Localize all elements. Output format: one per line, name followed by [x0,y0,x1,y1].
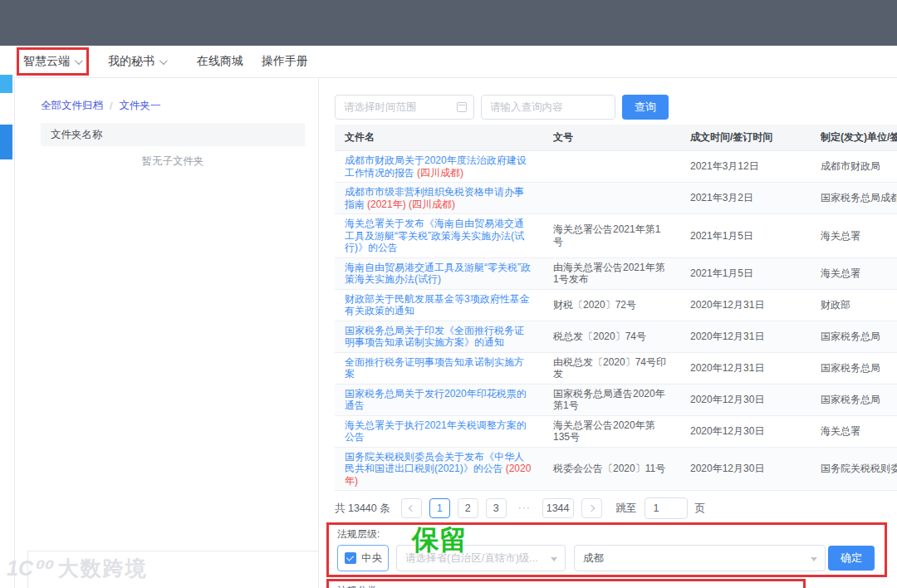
central-checkbox[interactable]: 中央 [337,545,389,571]
date-cell: 2021年1月5日 [680,214,811,258]
nav-item-manual[interactable]: 操作手册 [262,46,308,77]
nav-item-online-mall[interactable]: 在线商城 [197,46,243,77]
unit-cell: 国家税务总局 [811,384,897,415]
page-button-3[interactable]: 3 [486,498,507,518]
category-filter-label: 法规分类: [337,584,803,588]
empty-folder-text: 暂无子文件夹 [27,154,318,169]
date-cell: 2021年3月2日 [680,183,811,214]
jump-to-label: 跳至 [616,502,637,516]
date-cell: 2021年3月12日 [680,151,811,183]
page-button-1344[interactable]: 1344 [542,498,574,518]
table-row[interactable]: 国务院关税税则委员会关于发布《中华人民共和国进出口税则(2021)》的公告(20… [335,447,897,491]
document-title-tag: (2021年) (四川成都) [367,198,455,210]
date-range-field [335,95,474,120]
search-input[interactable] [481,95,615,120]
doc-number-cell: 由税总发〔2020〕74号印发 [543,352,680,384]
document-title-link[interactable]: 海关总署关于发布《海南自由贸易港交通工具及游艇“零关税”政策海关实施办法(试行)… [345,218,524,253]
chevron-left-icon [408,505,414,512]
watermark-logo: 1C⁰⁰ [7,556,51,581]
doc-number-cell: 海关总署公告2020年第135号 [543,415,680,447]
breadcrumb-root-link[interactable]: 全部文件归档 [41,99,103,113]
table-row[interactable]: 财政部关于民航发展基金等3项政府性基金有关政策的通知 财税〔2020〕72号 2… [335,289,897,321]
next-page-button[interactable] [581,498,602,518]
unit-cell: 国家税务总局 [811,352,897,384]
document-title-link[interactable]: 财政部关于民航发展基金等3项政府性基金有关政策的通知 [345,293,530,317]
date-cell: 2020年12月30日 [680,384,811,415]
document-title-link[interactable]: 国务院关税税则委员会关于发布《中华人民共和国进出口税则(2021)》的公告 [345,451,524,475]
table-row[interactable]: 海南自由贸易港交通工具及游艇“零关税”政策海关实施办法(试行) 由海关总署公告2… [335,257,897,289]
table-row[interactable]: 国家税务总局关于印发《全面推行税务证明事项告知承诺制实施方案》的通知 税总发〔2… [335,321,897,352]
calendar-icon [457,102,467,112]
main-nav: 智慧云端 我的秘书 在线商城 操作手册 [0,46,897,77]
doc-number-cell: 由海关总署公告2021年第1号发布 [543,257,680,289]
prev-page-button[interactable] [401,498,422,518]
table-row[interactable]: 国家税务总局关于发行2020年印花税票的通告 国家税务总局通告2020年第1号 … [335,384,897,415]
central-checkbox-label: 中央 [361,551,382,566]
annotation-red-box-level: 保留 法规层级: 中央 请选择省(自治区/直辖市)级... 成都 确定 [326,522,887,577]
collapsed-menu-item-blue[interactable] [0,125,12,159]
search-bar: 查询 [335,95,897,120]
nav-item-my-secretary[interactable]: 我的秘书 [108,46,165,77]
col-header-date: 成文时间/签订时间 [680,125,811,151]
date-cell: 2020年12月31日 [680,289,811,321]
unit-cell: 成都市财政局 [811,151,897,183]
document-title-tag: (四川成都) [417,167,463,179]
pagination: 共 13440 条 1 2 3 ··· 1344 跳至 页 [335,497,897,519]
annotation-keep-text: 保留 [412,522,467,559]
table-row[interactable]: 成都市市级非营利组织免税资格申请办事指南(2021年) (四川成都) 2021年… [335,183,897,214]
table-row[interactable]: 海关总署关于发布《海南自由贸易港交通工具及游艇“零关税”政策海关实施办法(试行)… [335,214,897,258]
checkbox-checked-icon [345,552,356,564]
col-header-docnumber: 文号 [543,125,680,151]
table-row[interactable]: 成都市财政局关于2020年度法治政府建设工作情况的报告(四川成都) 2021年3… [335,151,897,183]
jump-page-input[interactable] [645,497,688,519]
nav-item-label: 操作手册 [262,54,308,69]
date-range-input[interactable] [335,95,474,120]
doc-number-cell: 财税〔2020〕72号 [543,289,680,321]
breadcrumb-current-link[interactable]: 文件夹一 [119,99,160,113]
unit-cell: 财政部 [811,289,897,321]
doc-number-cell: 国家税务总局通告2020年第1号 [543,384,680,415]
table-row[interactable]: 全面推行税务证明事项告知承诺制实施方案 由税总发〔2020〕74号印发 2020… [335,352,897,384]
document-title-link[interactable]: 国家税务总局关于发行2020年印花税票的通告 [345,388,527,412]
page-ellipsis[interactable]: ··· [514,498,535,518]
col-header-unit: 制定(发文)单位/签订国 [811,125,897,151]
search-button[interactable]: 查询 [622,95,669,120]
confirm-button[interactable]: 确定 [828,546,875,571]
chevron-down-icon [159,56,168,65]
doc-number-cell: 税委会公告〔2020〕11号 [543,447,680,491]
document-title-link[interactable]: 海关总署关于执行2021年关税调整方案的公告 [345,419,527,443]
document-title-link[interactable]: 国家税务总局关于印发《全面推行税务证明事项告知承诺制实施方案》的通知 [345,325,524,349]
chevron-right-icon [587,505,594,512]
unit-cell: 海关总署 [811,415,897,447]
select-caret-icon [811,557,817,561]
page-unit-label: 页 [695,502,706,516]
unit-cell: 海关总署 [811,257,897,289]
city-select[interactable]: 成都 [574,545,826,571]
document-title-link[interactable]: 海南自由贸易港交通工具及游艇“零关税”政策海关实施办法(试行) [345,262,531,286]
date-cell: 2020年12月30日 [680,447,811,491]
collapsed-menu-item-cyan[interactable] [0,75,12,93]
unit-cell: 国家税务总局 [811,321,897,352]
document-title-link[interactable]: 全面推行税务证明事项告知承诺制实施方案 [345,356,524,380]
nav-divider [14,77,897,78]
date-cell: 2020年12月30日 [680,415,811,447]
left-strip-divider [14,77,15,588]
doc-number-cell: 税总发〔2020〕74号 [543,321,680,352]
watermark: 1C⁰⁰ 大数跨境 [7,555,148,582]
page-button-1[interactable]: 1 [429,498,450,518]
annotation-red-box-nav [17,47,89,76]
main-content: 查询 文件名 文号 成文时间/签订时间 制定(发文)单位/签订国 成都市财政局关… [335,86,897,588]
breadcrumb: 全部文件归档 / 文件夹一 [27,86,318,113]
annotation-red-box-category: 去掉 法规分类: 请选择 返回 一键删除 ? 选择删除 ? 删除全文废止(失效)… [326,579,806,588]
doc-number-cell: 海关总署公告2021年第1号 [543,214,680,258]
select-caret-icon [551,557,557,561]
table-row[interactable]: 海关总署关于执行2021年关税调整方案的公告 海关总署公告2020年第135号 … [335,415,897,447]
unit-cell: 国务院关税税则委员会 [811,447,897,491]
date-cell: 2020年12月31日 [680,321,811,352]
page-button-2[interactable]: 2 [458,498,478,518]
col-header-filename: 文件名 [335,125,543,151]
unit-cell: 海关总署 [811,214,897,258]
doc-number-cell [543,183,680,214]
doc-number-cell [543,151,680,183]
breadcrumb-separator: / [110,100,112,112]
